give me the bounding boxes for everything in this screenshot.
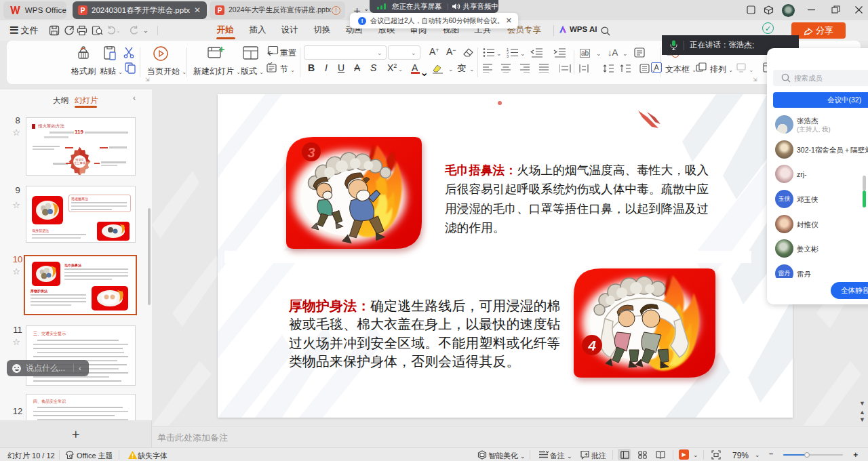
svg-text:注意事项: 注意事项 bbox=[74, 161, 86, 165]
svg-text:3: 3 bbox=[507, 54, 509, 58]
svg-text:4: 4 bbox=[587, 338, 596, 353]
svg-text:3: 3 bbox=[307, 145, 315, 160]
svg-text:报警后: 报警后 bbox=[75, 158, 84, 161]
